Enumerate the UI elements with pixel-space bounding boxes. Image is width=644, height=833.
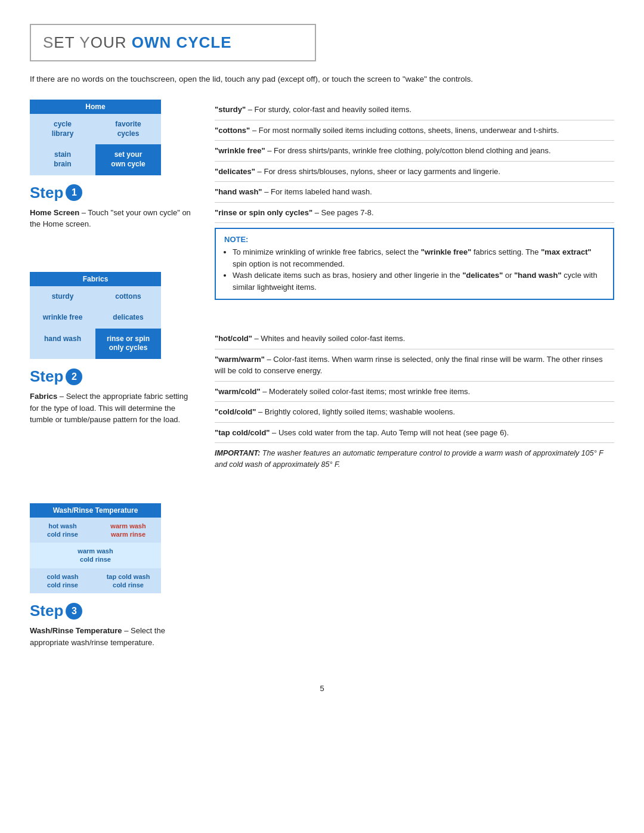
fabrics-cell-sturdy[interactable]: sturdy bbox=[30, 286, 95, 308]
page-title: SET YOUR OWN CYCLE bbox=[43, 33, 303, 52]
step3-title: Wash/Rinse Temperature bbox=[30, 626, 122, 635]
home-widget-title: Home bbox=[30, 100, 161, 114]
wash-cell-tap-cold[interactable]: tap cold washcold rinse bbox=[95, 568, 161, 594]
wash-desc-warm-warm: "warm/warm" – Color-fast items. When war… bbox=[215, 349, 614, 382]
fabrics-cell-cottons[interactable]: cottons bbox=[95, 286, 161, 308]
wash-desc-tap-cold: "tap cold/cold" – Uses cold water from t… bbox=[215, 423, 614, 444]
fabric-desc-sturdy: "sturdy" – For sturdy, color-fast and he… bbox=[215, 100, 614, 120]
step1-desc: Home Screen – Touch "set your own cycle"… bbox=[30, 207, 197, 230]
fabrics-widget-grid: sturdy cottons wrinkle free delicates ha… bbox=[30, 286, 161, 359]
important-text: IMPORTANT: The washer features an automa… bbox=[215, 448, 614, 470]
home-cell-favorite-cycles[interactable]: favoritecycles bbox=[95, 114, 161, 144]
fabric-desc-hand-wash: "hand wash" – For items labeled hand was… bbox=[215, 182, 614, 203]
fabrics-widget-title: Fabrics bbox=[30, 272, 161, 286]
wash-widget-title: Wash/Rinse Temperature bbox=[30, 503, 161, 518]
page-title-box: SET YOUR OWN CYCLE bbox=[30, 24, 316, 61]
wash-widget-grid: hot washcold rinse warm washwarm rinse w… bbox=[30, 518, 161, 594]
home-widget-grid: cyclelibrary favoritecycles stainbrain s… bbox=[30, 114, 161, 175]
step3-desc: Wash/Rinse Temperature – Select the appr… bbox=[30, 625, 197, 648]
note-title: NOTE: bbox=[224, 235, 605, 244]
fabrics-widget: Fabrics sturdy cottons wrinkle free deli… bbox=[30, 272, 161, 359]
step2-number: 2 bbox=[66, 368, 82, 385]
step1-title: Home Screen bbox=[30, 208, 79, 217]
fabric-desc-wrinkle-free: "wrinkle free" – For dress shirts/pants,… bbox=[215, 141, 614, 162]
wash-cell-hot-cold[interactable]: hot washcold rinse bbox=[30, 518, 95, 543]
step1-heading: Step 1 bbox=[30, 184, 197, 202]
fabrics-cell-hand-wash[interactable]: hand wash bbox=[30, 329, 95, 359]
wash-desc-warm-cold: "warm/cold" – Moderately soiled color-fa… bbox=[215, 382, 614, 402]
wash-cell-warm-cold[interactable]: warm washcold rinse bbox=[30, 543, 161, 568]
step3-number: 3 bbox=[66, 603, 82, 620]
step2-title: Fabrics bbox=[30, 392, 57, 401]
step2-heading: Step 2 bbox=[30, 367, 197, 386]
note-item-2: Wash delicate items such as bras, hosier… bbox=[233, 270, 605, 293]
page-number: 5 bbox=[30, 684, 614, 693]
home-cell-set-own-cycle[interactable]: set yourown cycle bbox=[95, 144, 161, 175]
right-column: "sturdy" – For sturdy, color-fast and he… bbox=[215, 100, 614, 666]
fabric-desc-cottons: "cottons" – For most normally soiled ite… bbox=[215, 120, 614, 141]
fabric-desc-rinse-spin: "rinse or spin only cycles" – See pages … bbox=[215, 203, 614, 224]
wash-desc-cold-cold: "cold/cold" – Brightly colored, lightly … bbox=[215, 402, 614, 423]
step1-label: Step bbox=[30, 184, 63, 202]
wash-cell-cold-cold[interactable]: cold washcold rinse bbox=[30, 568, 95, 594]
left-column: Home cyclelibrary favoritecycles stainbr… bbox=[30, 100, 197, 666]
home-cell-stain-brain[interactable]: stainbrain bbox=[30, 144, 95, 175]
home-cell-cycle-library[interactable]: cyclelibrary bbox=[30, 114, 95, 144]
note-item-1: To minimize wrinkling of wrinkle free fa… bbox=[233, 246, 605, 270]
fabrics-cell-delicates[interactable]: delicates bbox=[95, 307, 161, 329]
step2-desc: Fabrics – Select the appropriate fabric … bbox=[30, 391, 197, 426]
wash-cell-warm-warm[interactable]: warm washwarm rinse bbox=[95, 518, 161, 543]
fabric-desc-delicates: "delicates" – For dress shirts/blouses, … bbox=[215, 162, 614, 182]
home-widget: Home cyclelibrary favoritecycles stainbr… bbox=[30, 100, 161, 175]
step1-number: 1 bbox=[66, 184, 82, 201]
wash-widget: Wash/Rinse Temperature hot washcold rins… bbox=[30, 503, 161, 594]
fabrics-cell-rinse-spin[interactable]: rinse or spinonly cycles bbox=[95, 329, 161, 359]
note-list: To minimize wrinkling of wrinkle free fa… bbox=[233, 246, 605, 293]
main-layout: Home cyclelibrary favoritecycles stainbr… bbox=[30, 100, 614, 666]
wash-desc-hot-cold: "hot/cold" – Whites and heavily soiled c… bbox=[215, 329, 614, 349]
step3-heading: Step 3 bbox=[30, 602, 197, 620]
fabrics-cell-wrinkle-free[interactable]: wrinkle free bbox=[30, 307, 95, 329]
intro-paragraph: If there are no words on the touchscreen… bbox=[30, 73, 614, 85]
step2-label: Step bbox=[30, 367, 63, 386]
note-box: NOTE: To minimize wrinkling of wrinkle f… bbox=[215, 228, 614, 300]
step3-label: Step bbox=[30, 602, 63, 620]
